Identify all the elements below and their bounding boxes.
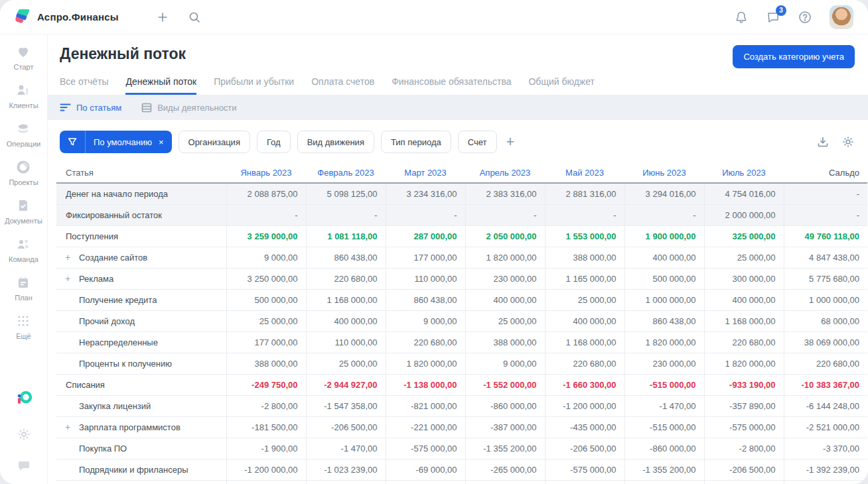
column-header-month[interactable]: Июнь 2023 <box>624 162 704 183</box>
brand[interactable]: Аспро.Финансы <box>13 7 119 27</box>
projects-icon <box>15 159 31 175</box>
cell-value: 400 000,00 <box>704 289 784 310</box>
cell-value: 2 383 316,00 <box>465 183 545 204</box>
cell-value: 1 820 000,00 <box>624 332 704 353</box>
cell-value: 1 553 000,00 <box>545 225 624 247</box>
search-button[interactable] <box>188 11 201 24</box>
cell-value: 1 820 000,00 <box>704 353 784 374</box>
column-header-month[interactable]: Май 2023 <box>545 162 624 183</box>
column-header-month[interactable]: Июль 2023 <box>704 162 784 183</box>
notifications-bell-icon[interactable] <box>734 10 749 25</box>
cell-value: 860 438,00 <box>386 289 465 310</box>
filter-chip-1[interactable]: Организация <box>179 131 250 153</box>
sidebar-item-6[interactable]: Команда <box>5 236 42 263</box>
column-header-article: Статья <box>56 162 226 183</box>
table-row: Фиксированный остаток------2 000 000,00- <box>56 204 867 225</box>
cell-value: 25 000,00 <box>306 353 386 374</box>
table-row: Списания-249 750,00-2 944 927,00-1 138 0… <box>56 374 867 395</box>
subtab-label: По статьям <box>76 103 121 113</box>
sidebar-item-3[interactable]: Операции <box>5 121 42 148</box>
tab-4[interactable]: Оплата счетов <box>311 76 374 95</box>
cell-value: 325 000,00 <box>704 225 784 247</box>
cell-value: 9 000,00 <box>386 310 465 332</box>
cell-value: 5 775 680,00 <box>784 268 867 289</box>
column-header-month[interactable]: Февраль 2023 <box>306 162 386 183</box>
cell-value: -1 470,00 <box>624 480 704 484</box>
help-icon[interactable] <box>798 10 812 25</box>
column-header-month[interactable]: Январь 2023 <box>226 162 306 183</box>
cell-value: -1 200 000,00 <box>226 459 306 480</box>
expand-row-icon[interactable]: + <box>65 422 70 432</box>
tab-6[interactable]: Общий бюджет <box>528 76 594 95</box>
cell-value: 9 000,00 <box>226 247 306 268</box>
filter-chip-5[interactable]: Счет <box>458 131 497 153</box>
list-rows-icon <box>141 103 152 113</box>
cell-value: 177 000,00 <box>226 332 306 353</box>
cell-value: -357 890,00 <box>704 395 784 416</box>
cell-value: -10 383 367,00 <box>784 374 867 395</box>
sidebar-item-7[interactable]: План <box>5 274 42 302</box>
export-download-icon[interactable] <box>816 135 830 149</box>
subtab-2[interactable]: Виды деятельности <box>141 103 236 113</box>
cell-value: 2 881 316,00 <box>545 183 624 204</box>
cell-value: - <box>624 204 704 225</box>
create-category-button[interactable]: Создать категорию учета <box>733 45 855 68</box>
sidebar-item-1[interactable]: Старт <box>5 44 42 71</box>
sidebar-item-label: Команда <box>9 255 38 263</box>
sidebar-item-label: Операции <box>7 140 40 148</box>
row-label: Списания <box>56 374 226 395</box>
chat-icon[interactable]: 3 <box>766 10 780 25</box>
add-filter-button[interactable]: + <box>504 135 518 149</box>
cell-value: 388 000,00 <box>545 247 624 268</box>
column-header-month[interactable]: Март 2023 <box>386 162 465 183</box>
cell-value: 9 000,00 <box>465 353 545 374</box>
sidebar-item-4[interactable]: Проекты <box>5 159 42 186</box>
tab-3[interactable]: Прибыли и убытки <box>214 76 294 95</box>
filter-chip-3[interactable]: Вид движения <box>297 131 374 153</box>
clear-filter-icon[interactable]: × <box>157 137 172 147</box>
app-window: Аспро.Финансы 3 СтартКлиентыОпе <box>0 0 868 484</box>
tab-2[interactable]: Денежный поток <box>125 76 196 95</box>
column-header-month[interactable]: Апрель 2023 <box>465 162 545 183</box>
row-label: +Зарплата программистов <box>56 480 226 484</box>
cell-value: -1 470,00 <box>624 395 704 416</box>
cell-value: 220 680,00 <box>704 332 784 353</box>
table-settings-gear-icon[interactable] <box>841 135 855 149</box>
expand-row-icon[interactable]: + <box>65 273 70 284</box>
cell-value: -1 900,00 <box>226 438 306 459</box>
cell-value: 68 000,00 <box>784 310 867 332</box>
subtab-1[interactable]: По статьям <box>60 103 121 113</box>
column-header-saldo: Сальдо <box>784 162 867 183</box>
cell-value: 3 259 000,00 <box>226 225 306 247</box>
main-content: Денежный поток Создать категорию учета В… <box>48 34 868 484</box>
user-avatar[interactable] <box>830 5 853 29</box>
cell-value: - <box>465 204 545 225</box>
cell-value: 25 000,00 <box>226 310 306 332</box>
cell-value: 3 234 316,00 <box>386 183 465 204</box>
cell-value: 1 168 000,00 <box>545 332 624 353</box>
tab-5[interactable]: Финансовые обязательства <box>392 76 511 95</box>
expand-row-icon[interactable]: + <box>65 252 70 263</box>
table-row: Денег на начало периода2 088 875,005 098… <box>56 183 867 204</box>
cell-value: -1 138 000,00 <box>386 374 465 395</box>
cell-value: 1 000 000,00 <box>784 289 867 310</box>
sidebar-item-5[interactable]: Документы <box>5 198 42 225</box>
tab-1[interactable]: Все отчёты <box>60 76 108 95</box>
sidebar-item-8[interactable]: Ещё <box>5 313 42 340</box>
cell-value: -3 370,00 <box>784 438 867 459</box>
filter-chip-4[interactable]: Тип периода <box>381 131 451 153</box>
create-plus-button[interactable] <box>156 11 169 24</box>
sidebar-item-2[interactable]: Клиенты <box>5 82 42 109</box>
cell-value: 300 000,00 <box>704 268 784 289</box>
filter-chip-2[interactable]: Год <box>257 131 291 153</box>
default-filter-chip[interactable]: По умолчанию × <box>60 131 172 153</box>
table-row: +Создание сайтов9 000,00860 438,00177 00… <box>56 247 867 268</box>
cell-value: 110 000,00 <box>386 268 465 289</box>
cell-value: 400 000,00 <box>306 310 386 332</box>
aspro-logo-icon[interactable] <box>15 390 33 410</box>
feedback-chat-icon[interactable] <box>17 459 31 473</box>
cell-value: - <box>386 204 465 225</box>
settings-gear-icon[interactable] <box>17 427 31 442</box>
row-label: +Зарплата программистов <box>56 416 226 438</box>
cell-value: -2 800,00 <box>226 395 306 416</box>
